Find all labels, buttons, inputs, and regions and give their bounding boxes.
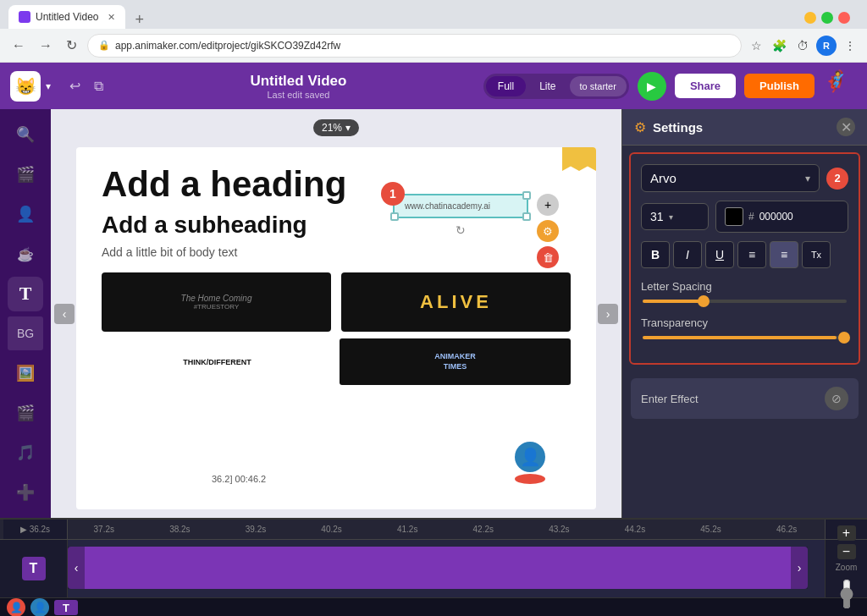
zoom-in-button[interactable]: + — [837, 525, 856, 541]
list-button[interactable]: ≡ — [737, 241, 766, 268]
transparency-label: Transparency — [641, 316, 848, 329]
settings-control-button[interactable]: ⚙ — [537, 220, 559, 242]
undo-button[interactable]: ↩ — [66, 74, 84, 97]
sidebar-item-scenes[interactable]: 🎬 — [8, 157, 43, 192]
refresh-button[interactable]: ↻ — [63, 34, 80, 57]
ruler-mark-9: 46.2s — [748, 525, 825, 534]
play-button[interactable]: ▶ — [638, 72, 666, 101]
clip-left-handle[interactable]: ‹ — [68, 547, 85, 589]
forward-button[interactable]: → — [36, 35, 56, 57]
transparency-slider[interactable] — [641, 336, 848, 339]
underline-button[interactable]: U — [705, 241, 734, 268]
template-alive[interactable]: ALIVE — [341, 272, 571, 332]
sidebar-item-props[interactable]: ☕ — [8, 237, 43, 272]
text-style-button[interactable]: Tx — [802, 241, 831, 268]
enter-effect-icon[interactable]: ⊘ — [825, 387, 848, 410]
font-size-value: 31 — [650, 210, 664, 223]
sidebar-item-characters[interactable]: 👤 — [8, 197, 43, 232]
sidebar-item-text[interactable]: T — [8, 277, 43, 311]
zoom-indicator[interactable]: 21% ▾ — [313, 119, 359, 136]
play-icon: ▶ — [647, 80, 656, 93]
bottom-avatar-2: 👤 — [30, 598, 49, 616]
bookmark-star-button[interactable]: ☆ — [748, 36, 765, 55]
menu-button[interactable]: ⋮ — [842, 36, 859, 55]
main-content: 🔍 🎬 👤 ☕ T BG 🖼️ 🎬 🎵 ➕ 21% ▾ ‹ › Add — [0, 109, 867, 518]
tab-close-btn[interactable]: ✕ — [108, 12, 115, 23]
delete-control-button[interactable]: 🗑 — [537, 246, 559, 268]
canvas-content: Add a heading Add a subheading Add a lit… — [76, 147, 596, 402]
clip-right-handle[interactable]: › — [791, 547, 808, 589]
sidebar-item-backgrounds[interactable]: BG — [8, 316, 43, 351]
back-button[interactable]: ← — [8, 35, 29, 57]
settings-close-button[interactable]: ✕ — [837, 118, 855, 136]
enter-effect-section: Enter Effect ⊘ — [622, 371, 867, 426]
copy-button[interactable]: ⧉ — [91, 75, 107, 97]
resize-handle-br[interactable] — [522, 212, 531, 221]
settings-panel: ⚙ Settings ✕ Arvo ▾ 2 — [621, 109, 867, 518]
browser-tab[interactable]: Untitled Video ✕ — [8, 5, 125, 29]
transparency-thumb[interactable] — [838, 332, 850, 344]
settings-inner: Arvo ▾ 2 31 ▾ — [631, 154, 859, 363]
element-refresh: ↻ — [393, 223, 528, 237]
sidebar-item-add[interactable]: ➕ — [8, 475, 43, 509]
settings-border-box: Arvo ▾ 2 31 ▾ — [629, 152, 860, 365]
element-badge-1: 1 — [381, 182, 405, 206]
align-button[interactable]: ≡ — [770, 241, 798, 268]
add-control-button[interactable]: + — [537, 194, 559, 216]
timeline-ruler: ▶ 36.2s 37.2s 38.2s 39.2s 40.2s 41.2s 42… — [0, 520, 867, 540]
close-button[interactable] — [838, 12, 850, 24]
sidebar-item-video[interactable]: 🎬 — [8, 395, 43, 430]
address-bar[interactable]: 🔒 app.animaker.com/editproject/gikSKCO39… — [87, 34, 742, 58]
font-select-dropdown[interactable]: Arvo ▾ — [641, 164, 820, 192]
minimize-button[interactable] — [804, 12, 816, 24]
new-tab-button[interactable]: + — [130, 11, 150, 29]
tab-full[interactable]: Full — [486, 76, 526, 96]
sidebar-item-search[interactable]: 🔍 — [8, 118, 43, 152]
slider-fill — [643, 300, 704, 303]
color-selector[interactable]: # 000000 — [715, 201, 848, 233]
text-element-container[interactable]: 1 www.chatinacademy.ai ↻ + — [393, 194, 528, 237]
ruler-mark-7: 44.2s — [597, 525, 673, 534]
sidebar-item-music[interactable]: 🎵 — [8, 435, 43, 470]
size-color-row: 31 ▾ # 000000 — [641, 201, 848, 233]
logo-icon[interactable]: 😸 — [10, 71, 41, 102]
bold-button[interactable]: B — [641, 241, 670, 268]
logo-dropdown[interactable]: ▾ — [46, 80, 51, 92]
ruler-marks-container: 37.2s 38.2s 39.2s 40.2s 41.2s 42.2s 43.2… — [66, 520, 825, 539]
letter-spacing-slider[interactable] — [641, 300, 848, 303]
resize-handle-bl[interactable] — [390, 212, 399, 221]
enter-effect-label: Enter Effect — [641, 393, 699, 405]
resize-handle-tr[interactable] — [522, 191, 531, 200]
profile-circle[interactable]: R — [816, 36, 837, 56]
zoom-slider[interactable] — [840, 579, 853, 609]
publish-button[interactable]: Publish — [744, 74, 815, 98]
tab-favicon — [19, 11, 30, 23]
t-track-icon: T — [22, 557, 46, 580]
canvas-body[interactable]: Add a little bit of body text — [102, 245, 571, 259]
tab-lite[interactable]: Lite — [527, 76, 567, 96]
ruler-mark-2: 39.2s — [218, 525, 294, 534]
zoom-out-button[interactable]: − — [837, 544, 856, 559]
ruler-mark-5: 42.2s — [445, 525, 522, 534]
history-button[interactable]: ⏱ — [794, 36, 811, 55]
italic-button[interactable]: I — [673, 241, 702, 268]
template-animaker[interactable]: ANIMAKERTIMES — [340, 338, 571, 385]
canvas-next-button[interactable]: › — [598, 304, 618, 324]
upgrade-button[interactable]: to starter — [570, 76, 627, 96]
color-hash: # — [748, 211, 754, 223]
font-size-select[interactable]: 31 ▾ — [641, 203, 709, 230]
maximize-button[interactable] — [821, 12, 833, 24]
slider-thumb[interactable] — [698, 295, 710, 307]
share-button[interactable]: Share — [675, 74, 736, 98]
text-element-box[interactable]: www.chatinacademy.ai — [393, 194, 528, 218]
extensions-button[interactable]: 🧩 — [770, 36, 789, 55]
canvas-prev-button[interactable]: ‹ — [54, 304, 75, 324]
template-think[interactable]: THINK/DIFFERENT — [102, 338, 333, 385]
bottom-t-icon: T — [54, 600, 78, 615]
animaker-mascot[interactable]: 🦸 — [823, 69, 857, 103]
template-homecoming[interactable]: The Home Coming #TRUESTORY — [102, 272, 331, 332]
left-sidebar: 🔍 🎬 👤 ☕ T BG 🖼️ 🎬 🎵 ➕ — [0, 109, 51, 518]
transparency-fill — [643, 336, 837, 339]
sidebar-item-images[interactable]: 🖼️ — [8, 355, 43, 390]
timeline-clip[interactable]: ‹ › — [68, 547, 808, 589]
